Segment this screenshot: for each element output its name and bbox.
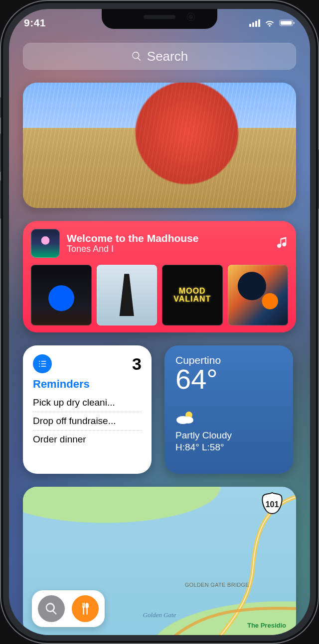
volume-down-button[interactable] bbox=[0, 180, 1, 219]
svg-point-11 bbox=[183, 417, 193, 424]
mute-switch[interactable] bbox=[0, 97, 1, 118]
reminder-item[interactable]: Order dinner bbox=[33, 430, 142, 448]
status-time: 9:41 bbox=[24, 17, 46, 29]
map-label-bridge: GOLDEN GATE BRIDGE bbox=[185, 582, 249, 588]
phone-frame: 9:41 Search bbox=[0, 0, 319, 644]
weather-hilo: H:84° L:58° bbox=[175, 442, 282, 453]
music-widget[interactable]: Welcome to the Madhouse Tones And I MOOD… bbox=[23, 221, 296, 332]
reminder-item[interactable]: Pick up dry cleani... bbox=[33, 394, 142, 412]
svg-point-5 bbox=[39, 363, 40, 364]
music-track-title: Welcome to the Madhouse bbox=[67, 232, 268, 244]
search-icon bbox=[131, 51, 142, 62]
map-label-golden-gate: Golden Gate bbox=[143, 611, 176, 619]
maps-restaurants-button[interactable] bbox=[72, 595, 99, 622]
maps-search-button[interactable] bbox=[38, 595, 65, 622]
reminders-title: Reminders bbox=[33, 378, 142, 391]
notch bbox=[102, 9, 217, 29]
music-app-icon bbox=[275, 236, 288, 251]
route-shield: 101 bbox=[261, 492, 283, 515]
maps-widget[interactable]: 101 Golden Gate GOLDEN GATE BRIDGE The P… bbox=[23, 487, 296, 636]
search-field[interactable]: Search bbox=[23, 43, 296, 70]
reminder-item[interactable]: Drop off fundraise... bbox=[33, 412, 142, 430]
weather-temperature: 64° bbox=[175, 365, 282, 393]
wifi-icon bbox=[264, 19, 275, 27]
screen: 9:41 Search bbox=[9, 9, 310, 635]
weather-condition-icon bbox=[175, 410, 282, 427]
reminders-list: Pick up dry cleani... Drop off fundraise… bbox=[33, 394, 142, 448]
cellular-signal-icon bbox=[249, 19, 260, 27]
album3-text-line1: MOOD bbox=[179, 287, 206, 295]
music-track-artist: Tones And I bbox=[67, 244, 268, 254]
battery-icon bbox=[279, 19, 295, 26]
svg-point-7 bbox=[39, 366, 40, 367]
album3-text-line2: VALIANT bbox=[173, 295, 211, 303]
route-number: 101 bbox=[261, 492, 283, 515]
svg-rect-2 bbox=[293, 22, 295, 24]
map-label-presidio: The Presidio bbox=[247, 622, 286, 629]
photos-widget[interactable] bbox=[23, 83, 296, 208]
music-recent-album-3[interactable]: MOOD VALIANT bbox=[162, 265, 223, 325]
reminders-count: 3 bbox=[132, 354, 142, 374]
search-placeholder: Search bbox=[147, 49, 188, 64]
front-camera bbox=[187, 13, 194, 20]
music-now-playing-cover[interactable] bbox=[31, 229, 60, 258]
reminders-list-icon bbox=[33, 354, 52, 373]
maps-quick-actions bbox=[32, 590, 105, 627]
weather-widget[interactable]: Cupertino 64° Partly Cloudy H:84° L:58° bbox=[164, 345, 293, 474]
music-recent-album-1[interactable] bbox=[31, 265, 92, 325]
earpiece-speaker bbox=[144, 15, 175, 19]
music-recent-album-2[interactable] bbox=[97, 265, 158, 325]
volume-up-button[interactable] bbox=[0, 133, 1, 172]
reminders-widget[interactable]: 3 Reminders Pick up dry cleani... Drop o… bbox=[23, 345, 152, 474]
music-recent-album-4[interactable] bbox=[228, 265, 289, 325]
svg-point-3 bbox=[39, 361, 40, 362]
weather-condition: Partly Cloudy bbox=[175, 430, 282, 441]
svg-rect-1 bbox=[281, 21, 292, 25]
